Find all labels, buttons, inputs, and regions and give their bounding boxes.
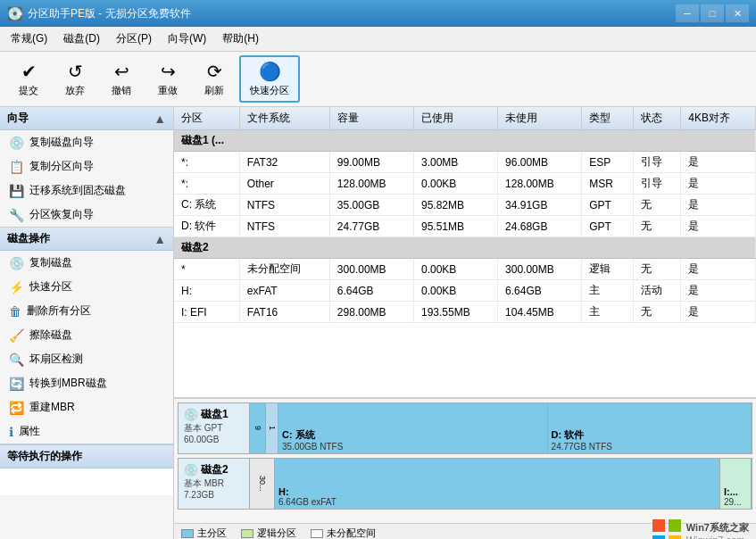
sidebar: 向导 ▲ 💿 复制磁盘向导 📋 复制分区向导 💾 迁移系统到固态磁盘 🔧 分区恢… [0, 107, 174, 539]
sidebar-item-rebuild-mbr-label: 重建MBR [29, 400, 75, 415]
table-row[interactable]: D: 软件 NTFS 24.77GB 95.51MB 24.68GB GPT 无… [174, 216, 756, 237]
disk1-part-esp[interactable]: 9 [250, 403, 266, 453]
toolbar-submit-label: 提交 [19, 84, 38, 97]
sidebar-item-bad-sector[interactable]: 🔍 坏扇区检测 [0, 347, 173, 371]
toolbar-submit[interactable]: ✔ 提交 [7, 56, 50, 102]
cell-used: 95.82MB [413, 195, 497, 216]
legend-logical-box [241, 529, 253, 538]
menu-help[interactable]: 帮助(H) [215, 29, 266, 49]
toolbar-refresh-label: 刷新 [204, 84, 224, 97]
sidebar-item-delete-all[interactable]: 🗑 删除所有分区 [0, 299, 173, 323]
disk2-info: 💿 磁盘2 基本 MBR 7.23GB [179, 459, 250, 509]
sidebar-status-header: 等待执行的操作 [0, 444, 173, 469]
disk-ops-collapse-btn[interactable]: ▲ [154, 232, 166, 246]
cell-fs: Other [239, 173, 329, 195]
watermark-line2: Winwin7.com [686, 535, 749, 539]
cell-size: 99.00MB [329, 152, 413, 173]
table-row[interactable]: *: Other 128.00MB 0.00KB 128.00MB MSR 引导… [174, 173, 756, 195]
wizard-collapse-btn[interactable]: ▲ [154, 112, 166, 126]
disk2-size: 7.23GB [184, 490, 244, 500]
cell-used: 0.00KB [413, 259, 497, 280]
sidebar-item-quick-partition[interactable]: ⚡ 快速分区 [0, 275, 173, 299]
toolbar-quick-partition[interactable]: 🔵 快速分区 [239, 55, 300, 103]
table-row[interactable]: H: exFAT 6.64GB 0.00KB 6.64GB 主 活动 是 [174, 280, 756, 302]
cell-type: MSR [582, 173, 633, 195]
menu-general[interactable]: 常规(G) [4, 29, 54, 49]
disk1-partitions: 9 1 C: 系统 35.00GB NTFS D: 软件 24.77GB NTF… [250, 403, 752, 453]
sidebar-item-copy-disk2[interactable]: 💿 复制磁盘 [0, 251, 173, 275]
table-row[interactable]: * 未分配空间 300.00MB 0.00KB 300.00MB 逻辑 无 是 [174, 259, 756, 280]
cell-align: 是 [681, 280, 756, 302]
cell-status: 引导 [633, 152, 681, 173]
title-bar-controls: ─ □ ✕ [676, 4, 749, 22]
disk2-part-h[interactable]: H: 6.64GB exFAT [275, 459, 720, 509]
content-area: 分区 文件系统 容量 已使用 未使用 类型 状态 4KB对齐 磁盘1 (... … [174, 107, 756, 539]
table-row[interactable]: C: 系统 NTFS 35.00GB 95.82MB 34.91GB GPT 无… [174, 195, 756, 216]
disk1-part-c-label: C: 系统 [282, 428, 544, 442]
sidebar-item-recover-partition-label: 分区恢复向导 [29, 207, 94, 222]
sidebar-section-disk-ops: 磁盘操作 ▲ 💿 复制磁盘 ⚡ 快速分区 🗑 删除所有分区 🧹 擦除磁盘 🔍 [0, 228, 173, 444]
cell-size: 298.00MB [329, 302, 413, 323]
sidebar-item-copy-partition[interactable]: 📋 复制分区向导 [0, 154, 173, 178]
toolbar-undo[interactable]: ↩ 撤销 [100, 56, 143, 102]
disk1-visual: 💿 磁盘1 基本 GPT 60.00GB 9 1 C: 系统 35.0 [178, 402, 752, 454]
sidebar-item-recover-partition[interactable]: 🔧 分区恢复向导 [0, 203, 173, 227]
cell-type: 主 [582, 302, 633, 323]
sidebar-status-content [0, 469, 173, 495]
sidebar-item-migrate-system[interactable]: 💾 迁移系统到固态磁盘 [0, 178, 173, 203]
cell-free: 300.00MB [498, 259, 582, 280]
disk1-info: 💿 磁盘1 基本 GPT 60.00GB [179, 403, 250, 453]
menu-partition[interactable]: 分区(P) [109, 29, 159, 49]
cell-used: 0.00KB [413, 280, 497, 302]
maximize-button[interactable]: □ [701, 4, 724, 22]
cell-used: 95.51MB [413, 216, 497, 237]
disk1-part-c[interactable]: C: 系统 35.00GB NTFS [278, 403, 548, 453]
table-row[interactable]: *: FAT32 99.00MB 3.00MB 96.00MB ESP 引导 是 [174, 152, 756, 173]
refresh-icon: ⟳ [207, 61, 222, 82]
toolbar-redo[interactable]: ↪ 重做 [146, 56, 189, 102]
disk2-name: 💿 磁盘2 [184, 462, 244, 477]
sidebar-item-convert-mbr[interactable]: 🔄 转换到MBR磁盘 [0, 371, 173, 395]
disk1-part-d[interactable]: D: 软件 24.77GB NTFS [548, 403, 752, 453]
table-row[interactable]: I: EFI FAT16 298.00MB 193.55MB 104.45MB … [174, 302, 756, 323]
cell-fs: NTFS [239, 216, 329, 237]
title-bar: 💽 分区助手PE版 - 无损分区免费软件 ─ □ ✕ [0, 0, 756, 27]
disk1-part-msr[interactable]: 1 [266, 403, 278, 453]
menu-disk[interactable]: 磁盘(D) [56, 29, 107, 49]
cell-partition: I: EFI [174, 302, 239, 323]
disk2-part-i[interactable]: I:... 29... [720, 459, 752, 509]
sidebar-section-disk-ops-header: 磁盘操作 ▲ [0, 228, 173, 251]
sidebar-item-properties[interactable]: ℹ 属性 [0, 419, 173, 444]
minimize-button[interactable]: ─ [676, 4, 699, 22]
toolbar-discard[interactable]: ↺ 放弃 [54, 56, 96, 102]
disk2-part-unalloc[interactable]: 30... [250, 459, 275, 509]
cell-used: 193.55MB [413, 302, 497, 323]
sidebar-item-rebuild-mbr[interactable]: 🔁 重建MBR [0, 395, 173, 419]
toolbar-refresh[interactable]: ⟳ 刷新 [193, 56, 236, 102]
legend-unallocated: 未分配空间 [311, 527, 376, 539]
sidebar-status-title: 等待执行的操作 [7, 450, 82, 462]
cell-type: 逻辑 [582, 259, 633, 280]
sidebar-item-copy-disk2-label: 复制磁盘 [29, 255, 72, 270]
svg-rect-2 [652, 535, 665, 540]
main-layout: 向导 ▲ 💿 复制磁盘向导 📋 复制分区向导 💾 迁移系统到固态磁盘 🔧 分区恢… [0, 107, 756, 539]
sidebar-item-wipe-disk[interactable]: 🧹 擦除磁盘 [0, 323, 173, 347]
toolbar-quick-partition-label: 快速分区 [250, 84, 289, 97]
toolbar-discard-label: 放弃 [65, 84, 85, 97]
cell-fs: NTFS [239, 195, 329, 216]
menu-wizard[interactable]: 向导(W) [161, 29, 213, 49]
cell-status: 无 [633, 259, 681, 280]
recover-partition-icon: 🔧 [9, 208, 24, 222]
cell-free: 24.68GB [498, 216, 582, 237]
disk2-part-i-label: I:... [724, 486, 747, 497]
close-button[interactable]: ✕ [726, 4, 749, 22]
properties-icon: ℹ [9, 425, 13, 439]
disk1-name: 💿 磁盘1 [184, 407, 244, 422]
sidebar-item-migrate-system-label: 迁移系统到固态磁盘 [29, 183, 126, 198]
sidebar-item-copy-disk[interactable]: 💿 复制磁盘向导 [0, 130, 173, 154]
cell-status: 引导 [633, 173, 681, 195]
disk1-part-d-detail: 24.77GB NTFS [552, 442, 747, 452]
cell-status: 无 [633, 195, 681, 216]
cell-size: 300.00MB [329, 259, 413, 280]
discard-icon: ↺ [68, 61, 83, 82]
